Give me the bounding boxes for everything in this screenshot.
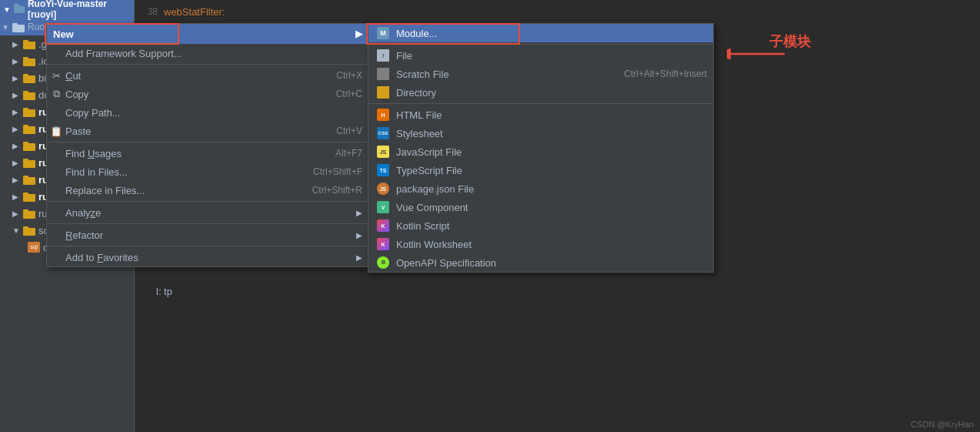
submenu-sep1 [368, 44, 713, 45]
annotation-text: 子模块 [769, 32, 811, 51]
find-files-label: Find in Files... [65, 166, 128, 178]
find-usages-shortcut: Alt+F7 [335, 148, 362, 159]
copy-shortcut: Ctrl+C [336, 89, 362, 99]
kotlin-script-icon: K [375, 219, 392, 233]
copy-path-label: Copy Path... [65, 107, 121, 119]
svg-rect-5 [23, 40, 28, 44]
file-label: File [396, 50, 412, 62]
module-label: Module... [396, 28, 437, 39]
vue-label: Vue Component [396, 202, 468, 213]
find-usages-label: Find Usages [65, 148, 122, 159]
analyze-arrow-icon: ▶ [356, 209, 362, 217]
arrow-icon: ▶ [12, 176, 23, 184]
svg-rect-23 [23, 193, 28, 196]
svg-rect-17 [23, 142, 28, 146]
copy-label: Copy [65, 89, 88, 100]
submenu-item-kotlin-ws[interactable]: K Kotlin Worksheet [368, 235, 713, 253]
submenu-item-directory[interactable]: Directory [368, 83, 713, 102]
arrow-icon: ▶ [12, 74, 23, 82]
menu-item-refactor[interactable]: Refactor ▶ [47, 226, 368, 244]
favorites-arrow-icon: ▶ [356, 253, 362, 262]
ts-icon: TS [375, 163, 392, 177]
arrow-icon: ▼ [2, 23, 12, 32]
menu-item-copy-path[interactable]: Copy Path... [47, 103, 368, 122]
svg-rect-27 [23, 226, 28, 230]
context-menu: New ▶ Add Framework Support... ✂ Cut Ctr… [46, 23, 369, 267]
scratch-shortcut: Ctrl+Alt+Shift+Insert [624, 69, 707, 79]
submenu-item-ts[interactable]: TS TypeScript File [368, 161, 713, 179]
arrow-icon: ▶ [12, 125, 23, 133]
pkg-icon: JS [375, 182, 392, 196]
arrow-icon: ▼ [12, 226, 23, 235]
menu-item-replace-files[interactable]: Replace in Files... Ctrl+Shift+R [47, 181, 368, 199]
openapi-label: OpenAPI Specification [396, 257, 496, 269]
submenu-item-vue[interactable]: V Vue Component [368, 198, 713, 216]
separator3 [47, 201, 368, 202]
submenu-item-css[interactable]: CSS Stylesheet [368, 124, 713, 142]
cut-icon: ✂ [50, 69, 62, 82]
arrow-icon: ▶ [12, 108, 23, 116]
pkg-label: package.json File [396, 183, 474, 195]
directory-label: Directory [396, 87, 436, 99]
svg-rect-3 [12, 23, 18, 27]
arrow-icon: ▶ [12, 40, 23, 49]
submenu-item-kotlin-script[interactable]: K Kotlin Script [368, 216, 713, 235]
menu-item-find-files[interactable]: Find in Files... Ctrl+Shift+F [47, 162, 368, 181]
separator4 [47, 223, 368, 224]
replace-files-label: Replace in Files... [65, 185, 145, 196]
submenu-item-file[interactable]: f File [368, 46, 713, 65]
add-favorites-label: Add to Favorites [65, 252, 138, 263]
submenu-item-openapi[interactable]: ⚙ OpenAPI Specification [368, 253, 713, 272]
csdn-watermark: CSDN @KryHan [911, 420, 974, 429]
menu-item-add-favorites[interactable]: Add to Favorites ▶ [47, 248, 368, 266]
menu-item-copy[interactable]: ⧉ Copy Ctrl+C [47, 85, 368, 103]
file-icon: f [375, 49, 392, 62]
separator [47, 64, 368, 65]
submenu-item-html[interactable]: H HTML File [368, 105, 713, 124]
menu-item-new[interactable]: New ▶ [47, 24, 368, 44]
html-icon: H [375, 108, 392, 122]
refactor-arrow-icon: ▶ [356, 231, 362, 239]
menu-item-cut[interactable]: ✂ Cut Ctrl+X [47, 66, 368, 85]
paste-icon: 📋 [50, 125, 62, 137]
analyze-label: Analyze [65, 207, 101, 219]
arrow-icon: ▶ [12, 142, 23, 150]
line-number: 38 [141, 6, 164, 17]
find-files-shortcut: Ctrl+Shift+F [313, 166, 362, 177]
kotlin-ws-label: Kotlin Worksheet [396, 239, 472, 250]
ts-label: TypeScript File [396, 165, 462, 176]
svg-rect-15 [23, 125, 28, 129]
directory-icon [375, 85, 392, 99]
svg-rect-1 [14, 4, 19, 8]
menu-item-find-usages[interactable]: Find Usages Alt+F7 [47, 144, 368, 162]
css-label: Stylesheet [396, 128, 443, 139]
submenu-new: M Module... f File Scratch File Ctrl+Alt… [368, 23, 714, 273]
submenu-item-js[interactable]: JS JavaScript File [368, 142, 713, 161]
submenu-item-pkg[interactable]: JS package.json File [368, 179, 713, 198]
css-icon: CSS [375, 126, 392, 140]
separator5 [47, 246, 368, 246]
submenu-arrow-icon: ▶ [355, 28, 362, 39]
submenu-item-module[interactable]: M Module... [368, 24, 713, 42]
svg-rect-7 [23, 57, 28, 61]
menu-item-paste[interactable]: 📋 Paste Ctrl+V [47, 122, 368, 140]
module-icon: M [375, 26, 392, 40]
scratch-icon [375, 67, 392, 81]
menu-item-analyze[interactable]: Analyze ▶ [47, 203, 368, 222]
kotlin-script-label: Kotlin Script [396, 220, 449, 232]
paste-label: Paste [65, 126, 91, 137]
menu-item-add-framework[interactable]: Add Framework Support... [47, 44, 368, 62]
html-label: HTML File [396, 109, 442, 121]
separator2 [47, 142, 368, 142]
refactor-label: Refactor [65, 229, 103, 241]
cut-label: ut [72, 70, 81, 82]
kotlin-ws-icon: K [375, 237, 392, 251]
code-webstatfilter: webStatFilter: [164, 6, 225, 18]
openapi-icon: ⚙ [375, 256, 392, 270]
ide-background: ▼ RuoYi-Vue-master [ruoyi] ▼ RuoYi-Vue-m… [0, 0, 980, 432]
arrow-icon: ▶ [12, 57, 23, 65]
submenu-item-scratch[interactable]: Scratch File Ctrl+Alt+Shift+Insert [368, 65, 713, 83]
cut-shortcut: Ctrl+X [336, 70, 362, 81]
copy-icon: ⧉ [50, 88, 62, 100]
arrow-icon: ▶ [12, 159, 23, 167]
